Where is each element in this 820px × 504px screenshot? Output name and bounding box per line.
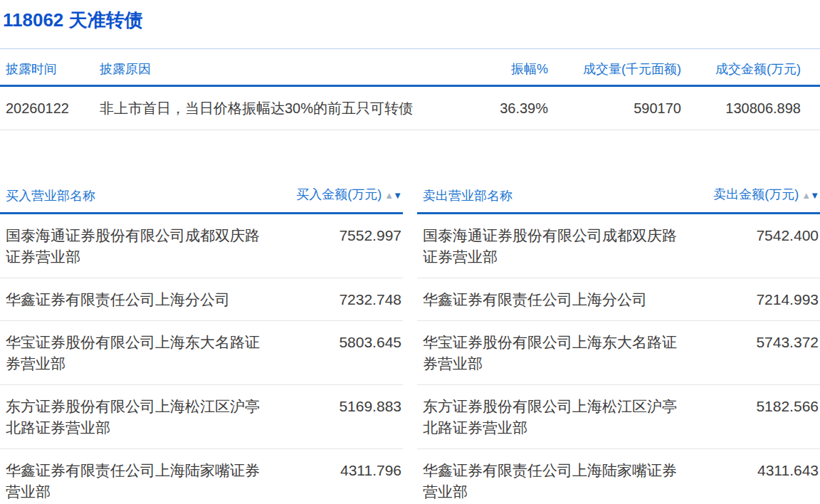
turnover-value: 130806.898 [681, 87, 801, 130]
table-row: 国泰海通证券股份有限公司成都双庆路证券营业部7542.400 [417, 214, 820, 278]
branch-amount: 5743.372 [756, 332, 819, 353]
volume-value: 590170 [548, 87, 681, 130]
branch-name: 华宝证券股份有限公司上海东大名路证券营业部 [6, 332, 270, 374]
branch-name: 国泰海通证券股份有限公司成都双庆路证券营业部 [6, 225, 270, 268]
branch-name: 国泰海通证券股份有限公司成都双庆路证券营业部 [423, 225, 688, 268]
branch-name: 华宝证券股份有限公司上海东大名路证券营业部 [423, 332, 688, 374]
branch-name: 华鑫证券有限责任公司上海陆家嘴证券营业部 [423, 460, 688, 503]
sort-ascending-icon[interactable]: ▲ [801, 190, 810, 201]
table-row: 东方证券股份有限公司上海松江区沪亭北路证券营业部5182.566 [417, 385, 820, 449]
branch-amount: 5803.645 [339, 332, 401, 353]
buy-table: 买入营业部名称 买入金额(万元)▲▼ 国泰海通证券股份有限公司成都双庆路证券营业… [0, 185, 403, 504]
disclosure-date-value: 20260122 [6, 87, 100, 130]
page-title: 118062 天准转债 [3, 7, 820, 33]
branch-name: 华鑫证券有限责任公司上海分公司 [6, 289, 270, 310]
sort-ascending-icon[interactable]: ▲ [384, 190, 393, 201]
column-header-disclosure-date: 披露时间 [6, 49, 100, 85]
column-header-volume: 成交量(千元面额) [548, 49, 681, 85]
sort-descending-icon[interactable]: ▼ [393, 190, 401, 201]
sell-table-rows: 国泰海通证券股份有限公司成都双庆路证券营业部7542.400华鑫证券有限责任公司… [417, 214, 820, 504]
branch-amount: 4311.643 [757, 460, 819, 481]
sell-table: 卖出营业部名称 卖出金额(万元)▲▼ 国泰海通证券股份有限公司成都双庆路证券营业… [417, 185, 820, 504]
branch-amount: 5169.883 [339, 396, 401, 417]
disclosure-table: 披露时间 披露原因 振幅% 成交量(千元面额) 成交金额(万元) 2026012… [0, 48, 820, 130]
disclosure-reason-value: 非上市首日，当日价格振幅达30%的前五只可转债 [100, 87, 441, 130]
sell-amount-header-label: 卖出金额(万元) [713, 187, 799, 201]
branch-amount: 7232.748 [339, 289, 401, 310]
branch-name: 华鑫证券有限责任公司上海陆家嘴证券营业部 [6, 460, 270, 503]
page: 118062 天准转债 披露时间 披露原因 振幅% 成交量(千元面额) 成交金额… [0, 7, 820, 504]
broker-tables: 买入营业部名称 买入金额(万元)▲▼ 国泰海通证券股份有限公司成都双庆路证券营业… [0, 185, 820, 504]
table-row: 华鑫证券有限责任公司上海陆家嘴证券营业部4311.643 [417, 449, 820, 504]
column-header-amplitude: 振幅% [441, 49, 548, 85]
branch-amount: 5182.566 [756, 396, 819, 417]
buy-amount-header-label: 买入金额(万元) [296, 187, 382, 201]
table-row: 华鑫证券有限责任公司上海分公司7214.993 [417, 278, 820, 321]
disclosure-table-row: 20260122 非上市首日，当日价格振幅达30%的前五只可转债 36.39% … [0, 87, 820, 130]
table-row: 华鑫证券有限责任公司上海陆家嘴证券营业部4311.796 [0, 449, 403, 504]
sell-amount-sort-header[interactable]: 卖出金额(万元)▲▼ [713, 185, 819, 205]
table-row: 华宝证券股份有限公司上海东大名路证券营业部5743.372 [417, 321, 820, 385]
sort-descending-icon[interactable]: ▼ [810, 190, 819, 201]
branch-name: 东方证券股份有限公司上海松江区沪亭北路证券营业部 [6, 396, 270, 439]
column-header-disclosure-reason: 披露原因 [100, 49, 441, 85]
branch-amount: 7552.997 [339, 225, 401, 246]
branch-amount: 4311.796 [340, 460, 401, 481]
branch-amount: 7214.993 [756, 289, 819, 310]
table-row: 国泰海通证券股份有限公司成都双庆路证券营业部7552.997 [0, 214, 403, 278]
table-row: 东方证券股份有限公司上海松江区沪亭北路证券营业部5169.883 [0, 385, 403, 449]
branch-amount: 7542.400 [756, 225, 819, 246]
buy-amount-sort-header[interactable]: 买入金额(万元)▲▼ [296, 185, 401, 205]
buy-table-header: 买入营业部名称 买入金额(万元)▲▼ [0, 185, 403, 214]
buy-branch-name-header: 买入营业部名称 [6, 187, 95, 205]
table-row: 华宝证券股份有限公司上海东大名路证券营业部5803.645 [0, 321, 403, 385]
sell-branch-name-header: 卖出营业部名称 [423, 187, 512, 205]
column-header-turnover: 成交金额(万元) [681, 49, 801, 85]
sell-table-header: 卖出营业部名称 卖出金额(万元)▲▼ [417, 185, 820, 214]
disclosure-table-header: 披露时间 披露原因 振幅% 成交量(千元面额) 成交金额(万元) [0, 49, 820, 87]
branch-name: 华鑫证券有限责任公司上海分公司 [423, 289, 688, 310]
table-row: 华鑫证券有限责任公司上海分公司7232.748 [0, 278, 403, 321]
branch-name: 东方证券股份有限公司上海松江区沪亭北路证券营业部 [423, 396, 688, 439]
buy-table-rows: 国泰海通证券股份有限公司成都双庆路证券营业部7552.997华鑫证券有限责任公司… [0, 214, 403, 504]
amplitude-value: 36.39% [441, 87, 548, 130]
